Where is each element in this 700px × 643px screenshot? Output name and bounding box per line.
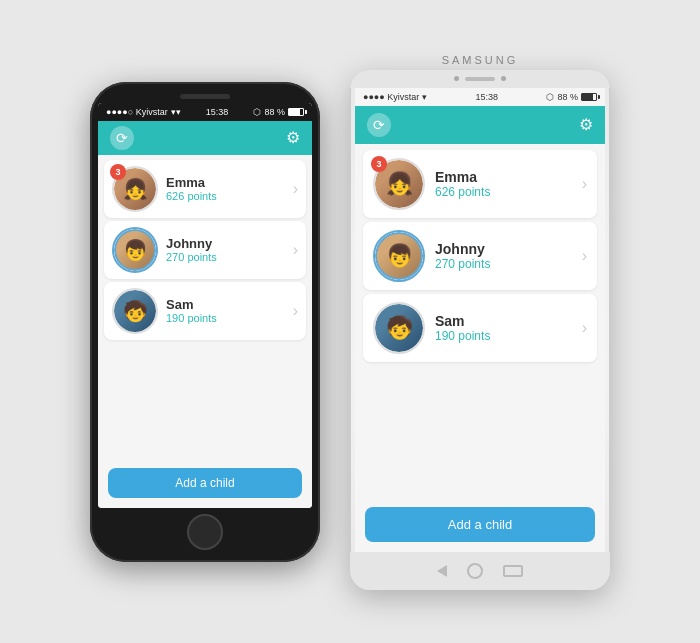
- avatar-wrap-emma: 👧 3: [112, 166, 158, 212]
- wifi-icon: ▾: [422, 92, 427, 102]
- child-name: Johnny: [166, 236, 285, 251]
- carrier-text: ●●●●○ Kyivstar: [106, 107, 168, 117]
- recents-button[interactable]: [503, 565, 523, 577]
- chevron-right-icon[interactable]: ›: [293, 302, 298, 320]
- child-info-emma: Emma 626 points: [166, 175, 285, 202]
- child-points: 190 points: [166, 312, 285, 324]
- child-name: Sam: [435, 313, 572, 329]
- samsung-child-list: 👧 3 Emma 626 points ›: [355, 144, 605, 499]
- avatar-wrap-sam: 🧒: [373, 302, 425, 354]
- avatar-johnny: 👦: [373, 230, 425, 282]
- chevron-right-icon[interactable]: ›: [582, 247, 587, 265]
- chevron-right-icon[interactable]: ›: [293, 180, 298, 198]
- avatar-img: 🧒: [375, 304, 423, 352]
- iphone-speaker: [180, 94, 230, 99]
- front-camera: [454, 76, 459, 81]
- carrier-text: ●●●● Kyivstar: [363, 92, 419, 102]
- child-points: 626 points: [435, 185, 572, 199]
- list-item[interactable]: 🧒 Sam 190 points ›: [104, 282, 306, 340]
- samsung-brand-label: SAMSUNG: [442, 54, 519, 66]
- wifi-icon: ▾▾: [171, 107, 181, 117]
- avatar-img: 👦: [375, 232, 423, 280]
- samsung-wrapper: SAMSUNG ●●●● Kyivstar ▾ 15:38 ⬡: [350, 54, 610, 590]
- avatar-wrap-sam: 🧒: [112, 288, 158, 334]
- battery-icon: [581, 93, 597, 101]
- bluetooth-icon: ⬡: [546, 92, 554, 102]
- phones-container: ●●●●○ Kyivstar ▾▾ 15:38 ⬡ 88 % ⟳ ⚙: [70, 34, 630, 610]
- add-child-button[interactable]: Add a child: [108, 468, 302, 498]
- notification-badge: 3: [371, 156, 387, 172]
- chevron-right-icon[interactable]: ›: [582, 319, 587, 337]
- time-text: 15:38: [206, 107, 229, 117]
- list-item[interactable]: 👧 3 Emma 626 points ›: [363, 150, 597, 218]
- avatar-johnny: 👦: [112, 227, 158, 273]
- avatar-sam: 🧒: [112, 288, 158, 334]
- avatar-img: 🧒: [114, 290, 156, 332]
- home-button[interactable]: [467, 563, 483, 579]
- child-name: Emma: [166, 175, 285, 190]
- back-button[interactable]: [437, 565, 447, 577]
- battery-icon: [288, 108, 304, 116]
- iphone-app-header: ⟳ ⚙: [98, 121, 312, 155]
- time-text: 15:38: [476, 92, 499, 102]
- avatar-img: 👦: [114, 229, 156, 271]
- samsung-top-bar: [350, 70, 610, 88]
- avatar-wrap-johnny: 👦: [112, 227, 158, 273]
- logo-symbol: ⟳: [116, 130, 128, 146]
- avatar-wrap-johnny: 👦: [373, 230, 425, 282]
- samsung-app-header: ⟳ ⚙: [355, 106, 605, 144]
- chevron-right-icon[interactable]: ›: [582, 175, 587, 193]
- child-info-johnny: Johnny 270 points: [435, 241, 572, 271]
- child-points: 626 points: [166, 190, 285, 202]
- iphone-device: ●●●●○ Kyivstar ▾▾ 15:38 ⬡ 88 % ⟳ ⚙: [90, 82, 320, 562]
- sensor-dot: [501, 76, 506, 81]
- child-name: Johnny: [435, 241, 572, 257]
- chevron-right-icon[interactable]: ›: [293, 241, 298, 259]
- status-right: ⬡ 88 %: [253, 107, 304, 117]
- list-item[interactable]: 👦 Johnny 270 points ›: [363, 222, 597, 290]
- list-item[interactable]: 👦 Johnny 270 points ›: [104, 221, 306, 279]
- child-info-sam: Sam 190 points: [435, 313, 572, 343]
- notification-badge: 3: [110, 164, 126, 180]
- settings-icon[interactable]: ⚙: [286, 128, 300, 147]
- child-name: Sam: [166, 297, 285, 312]
- battery-text: 88 %: [557, 92, 578, 102]
- status-right: ⬡ 88 %: [546, 92, 597, 102]
- list-item[interactable]: 🧒 Sam 190 points ›: [363, 294, 597, 362]
- child-points: 190 points: [435, 329, 572, 343]
- samsung-bottom-bar: [350, 552, 610, 590]
- settings-icon[interactable]: ⚙: [579, 115, 593, 134]
- samsung-status-bar: ●●●● Kyivstar ▾ 15:38 ⬡ 88 %: [355, 88, 605, 106]
- add-child-button[interactable]: Add a child: [365, 507, 595, 542]
- avatar-sam: 🧒: [373, 302, 425, 354]
- bluetooth-icon: ⬡: [253, 107, 261, 117]
- add-child-section: Add a child: [355, 499, 605, 552]
- iphone-home-button[interactable]: [187, 514, 223, 550]
- avatar-wrap-emma: 👧 3: [373, 158, 425, 210]
- samsung-device: ●●●● Kyivstar ▾ 15:38 ⬡ 88 % ⟳ ⚙: [350, 70, 610, 590]
- add-child-section: Add a child: [98, 460, 312, 508]
- samsung-speaker: [465, 77, 495, 81]
- app-logo-icon[interactable]: ⟳: [110, 126, 134, 150]
- child-info-emma: Emma 626 points: [435, 169, 572, 199]
- battery-text: 88 %: [264, 107, 285, 117]
- status-left: ●●●● Kyivstar ▾: [363, 92, 427, 102]
- child-name: Emma: [435, 169, 572, 185]
- iphone-status-bar: ●●●●○ Kyivstar ▾▾ 15:38 ⬡ 88 %: [98, 103, 312, 121]
- status-left: ●●●●○ Kyivstar ▾▾: [106, 107, 181, 117]
- iphone-child-list: 👧 3 Emma 626 points › 👦: [98, 155, 312, 460]
- list-item[interactable]: 👧 3 Emma 626 points ›: [104, 160, 306, 218]
- child-points: 270 points: [166, 251, 285, 263]
- iphone-screen: ●●●●○ Kyivstar ▾▾ 15:38 ⬡ 88 % ⟳ ⚙: [98, 103, 312, 508]
- child-info-sam: Sam 190 points: [166, 297, 285, 324]
- child-points: 270 points: [435, 257, 572, 271]
- child-info-johnny: Johnny 270 points: [166, 236, 285, 263]
- app-logo-icon[interactable]: ⟳: [367, 113, 391, 137]
- logo-symbol: ⟳: [373, 117, 385, 133]
- samsung-screen: ●●●● Kyivstar ▾ 15:38 ⬡ 88 % ⟳ ⚙: [355, 88, 605, 552]
